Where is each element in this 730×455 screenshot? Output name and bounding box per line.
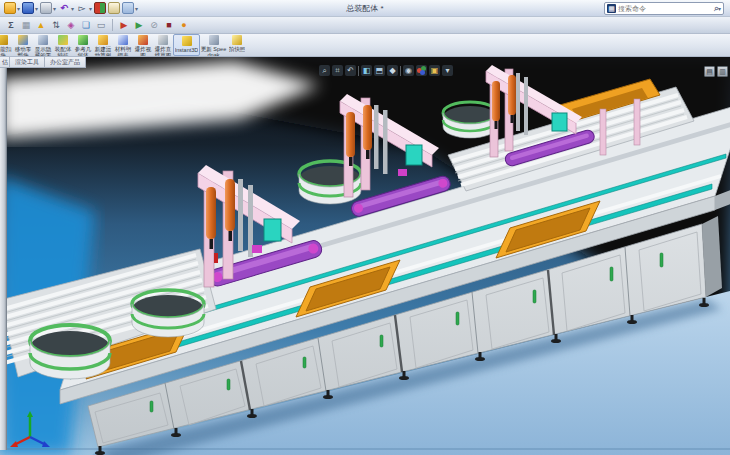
exploded-view-button[interactable]: 爆炸视图 <box>133 34 153 56</box>
view-settings-icon[interactable]: ▾ <box>442 65 453 76</box>
tab-evaluate[interactable]: 估 <box>0 57 10 67</box>
play-animation-icon[interactable]: ▶ <box>118 19 130 31</box>
reference-geometry-icon <box>78 35 88 45</box>
select-cursor-icon[interactable]: ▻ <box>76 2 88 14</box>
quick-access-toolbar: ▾ ▾ ▾ ↶▾ ▻▾ ▾ <box>0 2 138 14</box>
select-caret-icon[interactable]: ▾ <box>89 5 92 12</box>
view-orientation-icon[interactable]: ⬒ <box>374 65 385 76</box>
show-hidden-components-button[interactable]: 显示隐藏的零部件 <box>33 34 53 56</box>
exploded-view-icon <box>138 35 148 45</box>
actuator-cylinder <box>206 187 216 239</box>
title-bar: ▾ ▾ ▾ ↶▾ ▻▾ ▾ 总装配体 * ▦ ⌕ ▾ <box>0 0 730 17</box>
tab-office-products[interactable]: 办公室产品 <box>45 57 86 67</box>
search-caret-icon[interactable]: ▾ <box>718 5 721 12</box>
reference-geometry-button[interactable]: 参考几何体 <box>73 34 93 56</box>
take-snapshot-button[interactable]: 拍快照 <box>227 34 247 56</box>
new-motion-study-icon <box>98 35 108 45</box>
zoom-to-fit-icon[interactable]: ⌕ <box>319 65 330 76</box>
display-style-icon[interactable]: ◆ <box>387 65 398 76</box>
no-section-icon[interactable]: ⊘ <box>148 19 160 31</box>
solidworks-logo-icon: ▦ <box>607 4 616 13</box>
menu-icon-row: Σ ▦ ▲ ⇅ ◈ ❏ ▭ ▶ ▶ ⊘ ■ ● <box>0 17 730 34</box>
open-icon[interactable] <box>4 2 16 14</box>
appearance-block-icon[interactable]: ■ <box>163 19 175 31</box>
interference-check-icon[interactable]: ▦ <box>20 19 32 31</box>
command-manager: 智能扣件 移动零部件 显示隐藏的零部件 装配体特征 参考几何体 新建运动算例 材… <box>0 34 730 57</box>
previous-view-icon[interactable]: ↶ <box>345 65 356 76</box>
print-caret-icon[interactable]: ▾ <box>53 5 56 12</box>
heads-up-view-toolbar: ⌕ ⌗ ↶ ◧ ⬒ ◆ ◉ ▣ ▾ <box>319 63 453 78</box>
toolbar-separator <box>112 19 113 31</box>
take-snapshot-icon <box>232 35 242 45</box>
hud-separator <box>400 66 401 76</box>
search-box[interactable]: ▦ ⌕ ▾ <box>604 2 724 15</box>
hide-show-items-icon[interactable]: ◉ <box>403 65 414 76</box>
actuator-cylinder <box>492 81 500 121</box>
assembly-features-icon <box>58 35 68 45</box>
motion-manager-icon[interactable]: ▶ <box>133 19 145 31</box>
smart-fasteners-button[interactable]: 智能扣件 <box>0 34 13 56</box>
save-caret-icon[interactable]: ▾ <box>35 5 38 12</box>
explode-line-sketch-button[interactable]: 爆炸直线草图 <box>153 34 173 56</box>
bill-of-materials-icon <box>118 35 128 45</box>
bill-of-materials-button[interactable]: 材料明细表 <box>113 34 133 56</box>
open-caret-icon[interactable]: ▾ <box>17 5 20 12</box>
window-icon[interactable] <box>122 2 134 14</box>
edit-appearance-icon[interactable] <box>416 65 427 76</box>
left-panel-collapsed-strip[interactable] <box>0 68 7 450</box>
evaluate-sigma-icon[interactable]: Σ <box>5 19 17 31</box>
undo-icon[interactable]: ↶ <box>58 2 70 14</box>
window-caret-icon[interactable]: ▾ <box>135 5 138 12</box>
render-sphere-icon[interactable]: ● <box>178 19 190 31</box>
pack-and-go-icon[interactable]: ❏ <box>80 19 92 31</box>
hud-separator <box>358 66 359 76</box>
taskpane-toggle-2[interactable]: ▥ <box>717 66 728 77</box>
slider-block <box>552 113 567 131</box>
mate-icon[interactable]: ◈ <box>65 19 77 31</box>
instant3d-icon <box>182 36 192 46</box>
zoom-to-area-icon[interactable]: ⌗ <box>332 65 343 76</box>
section-view-icon[interactable]: ◧ <box>361 65 372 76</box>
rebuild-icon[interactable] <box>94 2 106 14</box>
instant3d-button[interactable]: Instant3D <box>173 34 200 56</box>
save-icon[interactable] <box>22 2 34 14</box>
command-manager-tabs: 估 渲染工具 办公室产品 <box>0 57 86 68</box>
search-input[interactable] <box>616 5 714 12</box>
smart-fasteners-icon <box>0 35 8 45</box>
undo-caret-icon[interactable]: ▾ <box>71 5 74 12</box>
taskpane-toggle-1[interactable]: ▤ <box>704 66 715 77</box>
apply-scene-icon[interactable]: ▣ <box>429 65 440 76</box>
move-component-button[interactable]: 移动零部件 <box>13 34 33 56</box>
graphics-viewport[interactable]: 估 渲染工具 办公室产品 <box>0 57 730 455</box>
update-speedpak-button[interactable]: 更新 Speedpak <box>200 34 227 56</box>
update-speedpak-icon <box>209 35 219 45</box>
show-hidden-components-icon <box>38 35 48 45</box>
assembly-features-button[interactable]: 装配体特征 <box>53 34 73 56</box>
check-warning-icon[interactable]: ▲ <box>35 19 47 31</box>
compare-icon[interactable]: ⇅ <box>50 19 62 31</box>
tab-render-tools[interactable]: 渲染工具 <box>10 57 45 67</box>
file-properties-icon[interactable] <box>108 2 120 14</box>
print-icon[interactable] <box>40 2 52 14</box>
explode-line-sketch-icon <box>158 35 168 45</box>
move-component-icon <box>18 35 28 45</box>
assembly-3d-model <box>0 57 730 455</box>
new-motion-study-button[interactable]: 新建运动算例 <box>93 34 113 56</box>
screen-capture-icon[interactable]: ▭ <box>95 19 107 31</box>
